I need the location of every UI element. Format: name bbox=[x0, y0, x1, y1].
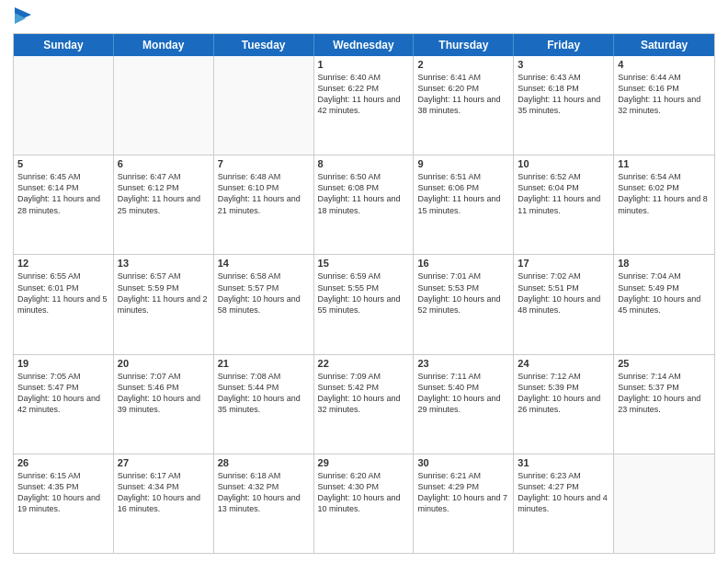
cell-day-number: 18 bbox=[618, 258, 711, 269]
header bbox=[13, 9, 715, 28]
week-row: 19Sunrise: 7:05 AMSunset: 5:47 PMDayligh… bbox=[14, 355, 714, 454]
cell-info: Sunrise: 7:08 AMSunset: 5:44 PMDaylight:… bbox=[218, 371, 310, 416]
calendar-cell: 8Sunrise: 6:50 AMSunset: 6:08 PMDaylight… bbox=[314, 155, 415, 254]
cell-info: Sunrise: 6:43 AMSunset: 6:18 PMDaylight:… bbox=[518, 72, 609, 117]
cell-day-number: 26 bbox=[17, 457, 109, 468]
calendar-cell: 11Sunrise: 6:54 AMSunset: 6:02 PMDayligh… bbox=[614, 155, 714, 254]
calendar-cell: 4Sunrise: 6:44 AMSunset: 6:16 PMDaylight… bbox=[614, 56, 714, 155]
calendar-cell: 10Sunrise: 6:52 AMSunset: 6:04 PMDayligh… bbox=[514, 155, 614, 254]
cell-info: Sunrise: 6:47 AMSunset: 6:12 PMDaylight:… bbox=[118, 171, 210, 216]
cell-info: Sunrise: 6:17 AMSunset: 4:34 PMDaylight:… bbox=[118, 470, 210, 515]
cell-info: Sunrise: 6:18 AMSunset: 4:32 PMDaylight:… bbox=[218, 470, 310, 515]
calendar-cell: 18Sunrise: 7:04 AMSunset: 5:49 PMDayligh… bbox=[614, 255, 714, 353]
logo-icon bbox=[15, 7, 31, 28]
day-header: Sunday bbox=[14, 34, 114, 56]
cell-info: Sunrise: 6:21 AMSunset: 4:29 PMDaylight:… bbox=[417, 470, 509, 515]
cell-info: Sunrise: 7:11 AMSunset: 5:40 PMDaylight:… bbox=[417, 371, 509, 416]
cell-day-number: 7 bbox=[218, 158, 310, 169]
week-row: 26Sunrise: 6:15 AMSunset: 4:35 PMDayligh… bbox=[14, 454, 714, 553]
cell-info: Sunrise: 6:23 AMSunset: 4:27 PMDaylight:… bbox=[518, 470, 609, 515]
day-header: Saturday bbox=[614, 34, 714, 56]
logo bbox=[13, 9, 31, 28]
calendar-cell: 26Sunrise: 6:15 AMSunset: 4:35 PMDayligh… bbox=[14, 454, 114, 553]
cell-day-number: 5 bbox=[17, 158, 109, 169]
calendar-cell: 27Sunrise: 6:17 AMSunset: 4:34 PMDayligh… bbox=[114, 454, 214, 553]
cell-info: Sunrise: 6:59 AMSunset: 5:55 PMDaylight:… bbox=[318, 270, 410, 316]
cell-day-number: 9 bbox=[417, 158, 509, 169]
calendar-cell bbox=[214, 56, 314, 155]
calendar-cell: 9Sunrise: 6:51 AMSunset: 6:06 PMDaylight… bbox=[414, 155, 514, 254]
cell-info: Sunrise: 7:05 AMSunset: 5:47 PMDaylight:… bbox=[17, 371, 109, 416]
calendar-cell bbox=[114, 56, 214, 155]
calendar-cell: 30Sunrise: 6:21 AMSunset: 4:29 PMDayligh… bbox=[414, 454, 514, 553]
calendar-cell: 24Sunrise: 7:12 AMSunset: 5:39 PMDayligh… bbox=[514, 355, 614, 454]
cell-day-number: 19 bbox=[17, 358, 109, 369]
cell-info: Sunrise: 6:15 AMSunset: 4:35 PMDaylight:… bbox=[17, 470, 109, 515]
cell-info: Sunrise: 6:48 AMSunset: 6:10 PMDaylight:… bbox=[218, 171, 310, 216]
day-header: Friday bbox=[514, 34, 614, 56]
day-header: Wednesday bbox=[314, 34, 415, 56]
cell-info: Sunrise: 6:50 AMSunset: 6:08 PMDaylight:… bbox=[318, 171, 410, 216]
calendar: SundayMondayTuesdayWednesdayThursdayFrid… bbox=[13, 33, 715, 554]
cell-day-number: 4 bbox=[618, 59, 711, 70]
cell-day-number: 15 bbox=[318, 258, 410, 269]
cell-day-number: 1 bbox=[318, 59, 410, 70]
calendar-cell bbox=[14, 56, 114, 155]
calendar-cell: 19Sunrise: 7:05 AMSunset: 5:47 PMDayligh… bbox=[14, 355, 114, 454]
cell-day-number: 21 bbox=[218, 358, 310, 369]
cell-info: Sunrise: 7:09 AMSunset: 5:42 PMDaylight:… bbox=[318, 371, 410, 416]
cell-day-number: 23 bbox=[417, 358, 509, 369]
calendar-cell bbox=[614, 454, 714, 553]
cell-day-number: 30 bbox=[417, 457, 509, 468]
cell-day-number: 6 bbox=[118, 158, 210, 169]
calendar-cell: 23Sunrise: 7:11 AMSunset: 5:40 PMDayligh… bbox=[414, 355, 514, 454]
cell-info: Sunrise: 7:07 AMSunset: 5:46 PMDaylight:… bbox=[118, 371, 210, 416]
calendar-cell: 12Sunrise: 6:55 AMSunset: 6:01 PMDayligh… bbox=[14, 255, 114, 353]
calendar-cell: 16Sunrise: 7:01 AMSunset: 5:53 PMDayligh… bbox=[414, 255, 514, 353]
week-row: 5Sunrise: 6:45 AMSunset: 6:14 PMDaylight… bbox=[14, 155, 714, 255]
cell-day-number: 16 bbox=[417, 258, 509, 269]
day-header: Thursday bbox=[414, 34, 514, 56]
cell-info: Sunrise: 6:41 AMSunset: 6:20 PMDaylight:… bbox=[417, 72, 509, 117]
calendar-cell: 13Sunrise: 6:57 AMSunset: 5:59 PMDayligh… bbox=[114, 255, 214, 353]
cell-info: Sunrise: 6:54 AMSunset: 6:02 PMDaylight:… bbox=[618, 171, 711, 216]
calendar-cell: 7Sunrise: 6:48 AMSunset: 6:10 PMDaylight… bbox=[214, 155, 314, 254]
calendar-cell: 14Sunrise: 6:58 AMSunset: 5:57 PMDayligh… bbox=[214, 255, 314, 353]
day-header: Monday bbox=[114, 34, 214, 56]
week-row: 12Sunrise: 6:55 AMSunset: 6:01 PMDayligh… bbox=[14, 255, 714, 354]
day-headers: SundayMondayTuesdayWednesdayThursdayFrid… bbox=[14, 34, 714, 56]
cell-info: Sunrise: 6:52 AMSunset: 6:04 PMDaylight:… bbox=[518, 171, 609, 216]
cell-day-number: 27 bbox=[118, 457, 210, 468]
calendar-cell: 20Sunrise: 7:07 AMSunset: 5:46 PMDayligh… bbox=[114, 355, 214, 454]
calendar-cell: 1Sunrise: 6:40 AMSunset: 6:22 PMDaylight… bbox=[314, 56, 415, 155]
cell-info: Sunrise: 6:57 AMSunset: 5:59 PMDaylight:… bbox=[118, 270, 210, 316]
cell-day-number: 13 bbox=[118, 258, 210, 269]
calendar-cell: 29Sunrise: 6:20 AMSunset: 4:30 PMDayligh… bbox=[314, 454, 415, 553]
cell-day-number: 10 bbox=[518, 158, 609, 169]
cell-day-number: 24 bbox=[518, 358, 609, 369]
cell-info: Sunrise: 6:44 AMSunset: 6:16 PMDaylight:… bbox=[618, 72, 711, 117]
cell-day-number: 2 bbox=[417, 59, 509, 70]
cell-day-number: 14 bbox=[218, 258, 310, 269]
calendar-cell: 25Sunrise: 7:14 AMSunset: 5:37 PMDayligh… bbox=[614, 355, 714, 454]
calendar-cell: 3Sunrise: 6:43 AMSunset: 6:18 PMDaylight… bbox=[514, 56, 614, 155]
calendar-cell: 15Sunrise: 6:59 AMSunset: 5:55 PMDayligh… bbox=[314, 255, 415, 353]
cell-info: Sunrise: 7:01 AMSunset: 5:53 PMDaylight:… bbox=[417, 270, 509, 316]
cell-day-number: 20 bbox=[118, 358, 210, 369]
calendar-cell: 2Sunrise: 6:41 AMSunset: 6:20 PMDaylight… bbox=[414, 56, 514, 155]
cell-info: Sunrise: 6:20 AMSunset: 4:30 PMDaylight:… bbox=[318, 470, 410, 515]
cell-info: Sunrise: 6:55 AMSunset: 6:01 PMDaylight:… bbox=[17, 270, 109, 316]
cell-day-number: 12 bbox=[17, 258, 109, 269]
cell-info: Sunrise: 6:58 AMSunset: 5:57 PMDaylight:… bbox=[218, 270, 310, 316]
cell-info: Sunrise: 6:40 AMSunset: 6:22 PMDaylight:… bbox=[318, 72, 410, 117]
calendar-body: 1Sunrise: 6:40 AMSunset: 6:22 PMDaylight… bbox=[14, 56, 714, 553]
cell-info: Sunrise: 7:14 AMSunset: 5:37 PMDaylight:… bbox=[618, 371, 711, 416]
cell-info: Sunrise: 7:02 AMSunset: 5:51 PMDaylight:… bbox=[518, 270, 609, 316]
calendar-cell: 22Sunrise: 7:09 AMSunset: 5:42 PMDayligh… bbox=[314, 355, 415, 454]
cell-day-number: 31 bbox=[518, 457, 609, 468]
calendar-cell: 17Sunrise: 7:02 AMSunset: 5:51 PMDayligh… bbox=[514, 255, 614, 353]
cell-day-number: 25 bbox=[618, 358, 711, 369]
week-row: 1Sunrise: 6:40 AMSunset: 6:22 PMDaylight… bbox=[14, 56, 714, 155]
cell-day-number: 28 bbox=[218, 457, 310, 468]
page: SundayMondayTuesdayWednesdayThursdayFrid… bbox=[0, 0, 728, 563]
